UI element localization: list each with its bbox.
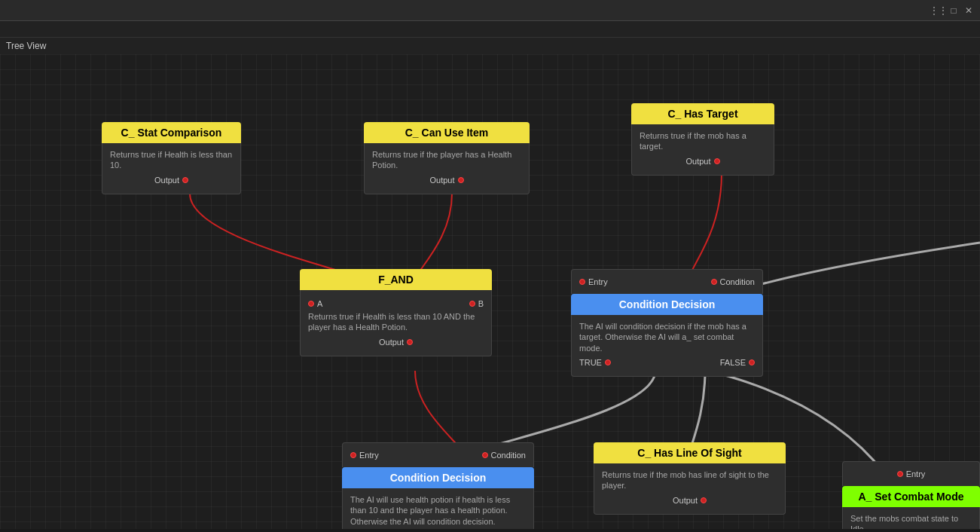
node-has-target[interactable]: C_ Has Target Returns true if the mob ha… xyxy=(631,103,774,176)
node-los-body: Returns true if the mob has line of sigh… xyxy=(594,463,786,515)
output-dot[interactable] xyxy=(182,177,188,183)
scm-input-ports: Entry xyxy=(850,469,972,478)
scm-entry-port[interactable]: Entry xyxy=(897,469,926,478)
node-cd1-body: The AI will condition decision if the mo… xyxy=(571,315,763,377)
node-has-target-body: Returns true if the mob has a target. Ou… xyxy=(631,124,774,176)
node-has-line-of-sight[interactable]: C_ Has Line Of Sight Returns true if the… xyxy=(594,442,786,515)
output-port[interactable]: Output xyxy=(379,338,413,347)
output-dot[interactable] xyxy=(458,177,464,183)
output-dot[interactable] xyxy=(407,339,413,345)
node-los-header: C_ Has Line Of Sight xyxy=(594,442,786,463)
restore-btn[interactable]: □ xyxy=(948,5,959,16)
output-label: Output xyxy=(379,338,404,347)
node-cd2-body: The AI will use health potion if health … xyxy=(342,488,534,529)
input-a-dot[interactable] xyxy=(308,301,314,307)
node-has-target-desc: Returns true if the mob has a target. xyxy=(640,130,766,152)
node-has-target-header: C_ Has Target xyxy=(631,103,774,124)
node-los-desc: Returns true if the mob has line of sigh… xyxy=(602,469,777,491)
output-port[interactable]: Output xyxy=(154,176,188,185)
output-port[interactable]: Output xyxy=(685,157,719,166)
cd1-true-dot[interactable] xyxy=(605,359,611,365)
output-label: Output xyxy=(154,176,179,185)
port-row-output: Output xyxy=(640,157,766,166)
node-can-use-item-header: C_ Can Use Item xyxy=(364,122,530,143)
cd1-false-dot[interactable] xyxy=(749,359,755,365)
cd2-entry-dot[interactable] xyxy=(350,452,356,458)
cd2-condition-port[interactable]: Condition xyxy=(482,451,526,460)
input-b-dot[interactable] xyxy=(469,301,475,307)
menu-bar xyxy=(0,21,980,38)
output-label: Output xyxy=(673,496,698,505)
node-cd2-inputs: Entry Condition xyxy=(342,442,534,467)
node-scm-body: Set the mobs combat state to Idle xyxy=(842,507,980,529)
input-b-label: B xyxy=(478,299,484,308)
port-row-output: Output xyxy=(372,176,521,185)
cd1-output-ports: TRUE FALSE xyxy=(579,358,755,367)
node-scm-header: A_ Set Combat Mode xyxy=(842,486,980,507)
node-stat-comparison-desc: Returns true if Health is less than 10. xyxy=(110,149,233,171)
node-cd1-inputs: Entry Condition xyxy=(571,269,763,294)
output-label: Output xyxy=(429,176,454,185)
cd1-input-ports: Entry Condition xyxy=(579,277,755,286)
input-b-port[interactable]: B xyxy=(469,299,484,308)
node-cd1-desc: The AI will condition decision if the mo… xyxy=(579,321,755,353)
cd2-input-ports: Entry Condition xyxy=(350,451,526,460)
menu-btn[interactable]: ⋮⋮ xyxy=(933,5,944,16)
canvas[interactable]: C_ Stat Comparison Returns true if Healt… xyxy=(0,54,980,529)
node-stat-comparison[interactable]: C_ Stat Comparison Returns true if Healt… xyxy=(102,122,241,194)
scm-entry-dot[interactable] xyxy=(897,471,903,477)
cd2-condition-label: Condition xyxy=(491,451,526,460)
cd1-entry-dot[interactable] xyxy=(579,279,585,285)
output-label: Output xyxy=(685,157,710,166)
node-can-use-item-body: Returns true if the player has a Health … xyxy=(364,143,530,194)
output-port[interactable]: Output xyxy=(673,496,707,505)
node-condition-decision-2[interactable]: Entry Condition Condition Decision The A… xyxy=(342,442,534,529)
port-row-output: Output xyxy=(110,176,233,185)
node-f-and-desc: Returns true if Health is less than 10 A… xyxy=(308,311,484,333)
cd2-entry-label: Entry xyxy=(359,451,379,460)
cd1-true-label: TRUE xyxy=(579,358,602,367)
output-port[interactable]: Output xyxy=(429,176,463,185)
node-scm-desc: Set the mobs combat state to Idle xyxy=(850,513,972,529)
output-dot[interactable] xyxy=(701,497,707,503)
node-cd2-desc: The AI will use health potion if health … xyxy=(350,494,526,527)
node-can-use-item[interactable]: C_ Can Use Item Returns true if the play… xyxy=(364,122,530,194)
node-can-use-item-desc: Returns true if the player has a Health … xyxy=(372,149,521,171)
cd1-false-label: FALSE xyxy=(720,358,746,367)
title-bar: ⋮⋮ □ ✕ xyxy=(0,0,980,21)
node-f-and-header: F_AND xyxy=(300,269,492,290)
node-f-and-body: A B Returns true if Health is less than … xyxy=(300,290,492,356)
conn-entry-to-cond1 xyxy=(753,243,980,286)
scm-entry-label: Entry xyxy=(906,469,926,478)
window-controls[interactable]: ⋮⋮ □ ✕ xyxy=(933,5,974,16)
node-f-and[interactable]: F_AND A B Returns true if Health is less… xyxy=(300,269,492,356)
cd1-condition-port[interactable]: Condition xyxy=(711,277,755,286)
cd1-condition-label: Condition xyxy=(720,277,755,286)
node-cd2-header: Condition Decision xyxy=(342,467,534,488)
cd1-true-port[interactable]: TRUE xyxy=(579,358,611,367)
fand-inputs-row: A B xyxy=(308,299,484,308)
cd1-false-port[interactable]: FALSE xyxy=(720,358,755,367)
tree-view-text: Tree View xyxy=(6,41,46,51)
cd1-condition-dot[interactable] xyxy=(711,279,717,285)
node-condition-decision-1[interactable]: Entry Condition Condition Decision The A… xyxy=(571,269,763,377)
cd2-condition-dot[interactable] xyxy=(482,452,488,458)
node-set-combat-mode[interactable]: Entry A_ Set Combat Mode Set the mobs co… xyxy=(842,461,980,529)
cd1-entry-port[interactable]: Entry xyxy=(579,277,608,286)
node-stat-comparison-body: Returns true if Health is less than 10. … xyxy=(102,143,241,194)
input-a-label: A xyxy=(317,299,322,308)
node-scm-inputs: Entry xyxy=(842,461,980,486)
cd1-entry-label: Entry xyxy=(588,277,608,286)
cd2-entry-port[interactable]: Entry xyxy=(350,451,379,460)
port-row-output: Output xyxy=(308,338,484,347)
node-stat-comparison-header: C_ Stat Comparison xyxy=(102,122,241,143)
close-btn[interactable]: ✕ xyxy=(963,5,974,16)
tree-view-label: Tree View xyxy=(0,38,980,54)
node-cd1-header: Condition Decision xyxy=(571,294,763,315)
output-dot[interactable] xyxy=(714,158,720,164)
input-a-port[interactable]: A xyxy=(308,299,322,308)
port-row-output: Output xyxy=(602,496,777,505)
